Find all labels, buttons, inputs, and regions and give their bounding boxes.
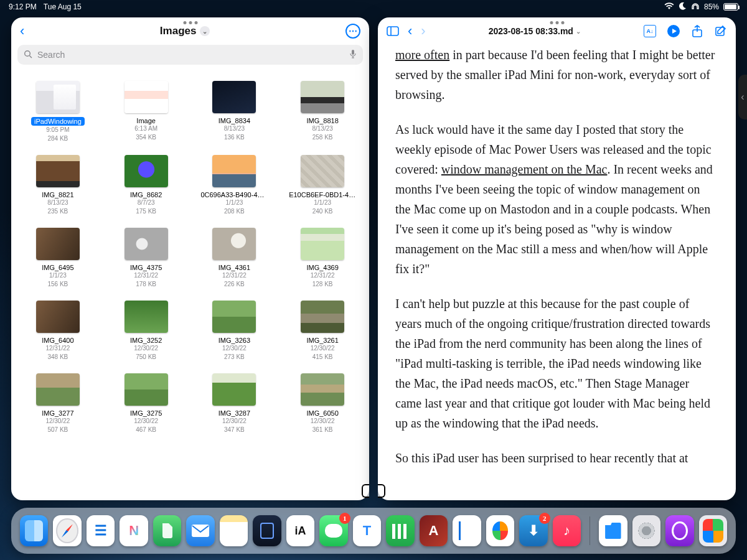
link-window-mgmt[interactable]: window management on the Mac [441,162,608,176]
file-size: 273 KB [224,353,245,362]
dock-app-iawriter[interactable]: iA [286,515,314,546]
file-item[interactable]: IMG_605012/30/22361 KB [278,370,367,442]
nav-back-button[interactable]: ‹ [408,23,412,39]
file-item[interactable]: IMG_326112/30/22415 KB [278,297,367,370]
back-button[interactable]: ‹ [20,23,24,39]
dock-app-affinity[interactable] [420,515,448,546]
file-item[interactable]: IMG_436112/31/22226 KB [190,224,279,297]
multitask-dots[interactable] [550,21,564,24]
file-item[interactable]: Image6:13 AM354 KB [102,77,190,151]
share-icon[interactable] [691,25,703,37]
dock-app-notes[interactable] [220,515,248,546]
dock-app-mail[interactable] [186,515,214,546]
file-item[interactable]: IMG_326312/30/22273 KB [190,297,279,370]
file-item[interactable]: IMG_88188/13/23258 KB [278,77,367,151]
svg-rect-3 [387,27,398,35]
slide-over-handle[interactable]: ‹ [738,75,747,119]
dock-app-podcasts[interactable] [665,515,693,546]
dictate-icon[interactable] [349,49,357,61]
link-more-often[interactable]: more often [395,48,449,62]
file-size: 361 KB [312,426,333,434]
document-title[interactable]: 2023-08-15 08:33.md ⌄ [435,26,635,36]
battery-percent: 85% [704,2,719,11]
file-date: 6:13 AM [134,124,157,133]
status-right: 85% [664,2,738,12]
file-thumbnail [212,301,256,333]
file-date: 12/31/22 [311,271,335,280]
file-thumbnail [36,228,80,260]
dock-app-music[interactable] [553,515,581,546]
dock-app-files[interactable] [599,515,627,546]
file-item[interactable]: IMG_640012/31/22348 KB [14,297,102,370]
dock-app-numbers[interactable] [386,515,414,546]
headphones-icon [691,2,700,12]
file-item[interactable]: IMG_64951/1/23156 KB [14,224,102,297]
file-size: 156 KB [47,280,68,289]
compose-icon[interactable] [715,25,727,37]
file-name: IMG_8834 [218,117,250,124]
document-body[interactable]: more often in part because I'd been feel… [378,45,736,500]
dock-app-finder[interactable] [20,515,48,546]
file-item[interactable]: IMG_327712/30/22507 KB [14,370,102,442]
dock: iA 1 T 2 [11,508,736,554]
dock-app-shortcuts[interactable] [699,515,727,546]
format-badge-icon[interactable]: A↓ [644,25,656,37]
dock-app-evernote[interactable] [153,515,181,546]
body-text: So this iPad user has been surprised to … [395,448,718,468]
file-item[interactable]: 0C696A33-B490-48…80F750F1/1/23208 KB [190,151,279,224]
more-options-button[interactable]: ⋯ [345,24,360,39]
multitask-dots[interactable] [183,21,197,24]
files-pane: ‹ Images ⌄ ⋯ Search iPadWindowing9:05 PM… [11,17,369,500]
file-size: 128 KB [312,280,333,289]
dock-app-reminders[interactable] [486,515,514,546]
file-name: E10CB6EF-0BD1-4613-897…F621D22 [289,191,356,198]
file-date: 12/30/22 [222,417,247,426]
file-thumbnail [125,301,168,333]
file-date: 9:05 PM [46,126,69,134]
dock-app-screens[interactable] [253,515,281,546]
file-item[interactable]: IMG_88218/13/23235 KB [14,151,102,224]
dock-app-safari[interactable] [53,515,81,546]
folder-title[interactable]: Images ⌄ [160,25,210,37]
file-date: 8/13/23 [312,124,332,133]
split-view-handle[interactable] [362,484,385,498]
file-grid[interactable]: iPadWindowing9:05 PM284 KBImage6:13 AM35… [11,68,369,500]
dock-app-reeder[interactable] [87,515,115,546]
chevron-down-icon: ⌄ [576,28,581,35]
file-size: 235 KB [47,207,68,216]
nav-forward-button[interactable]: › [421,23,425,39]
file-item[interactable]: IMG_325212/30/22750 KB [102,297,190,370]
file-item[interactable]: IMG_328712/30/22347 KB [190,370,279,442]
dock-app-settings[interactable] [632,515,660,546]
file-item[interactable]: IMG_86828/7/23175 KB [102,151,190,224]
dock-app-things[interactable]: T [353,515,381,546]
status-time: 9:12 PM [9,2,37,11]
file-item[interactable]: E10CB6EF-0BD1-4613-897…F621D221/1/23240 … [278,151,367,224]
file-thumbnail [36,373,80,406]
file-name: IMG_6495 [42,264,73,271]
file-size: 354 KB [136,133,156,142]
dock-app-news[interactable] [120,515,148,546]
dock-app-label: iA [295,525,306,538]
status-date: Tue Aug 15 [44,2,82,11]
file-thumbnail [301,155,344,187]
file-date: 1/1/23 [314,198,331,207]
file-item[interactable]: IMG_327512/30/22467 KB [102,370,190,442]
preview-play-button[interactable] [667,25,680,37]
file-size: 136 KB [224,133,245,142]
file-date: 12/30/22 [134,417,158,426]
document-title-label: 2023-08-15 08:33.md [489,26,573,36]
dock-app-messages[interactable]: 1 [319,515,347,546]
dock-app-goodnotes[interactable] [453,515,481,546]
file-item[interactable]: iPadWindowing9:05 PM284 KB [14,77,102,151]
file-item[interactable]: IMG_88348/13/23136 KB [190,77,279,151]
file-size: 284 KB [47,134,68,143]
search-input[interactable]: Search [17,45,363,65]
file-thumbnail [301,228,344,260]
file-item[interactable]: IMG_436912/31/22128 KB [278,224,367,297]
dock-app-downloads[interactable]: 2 [519,515,547,546]
sidebar-toggle-icon[interactable] [387,25,399,37]
svg-line-1 [30,55,32,58]
file-item[interactable]: IMG_437512/31/22178 KB [102,224,190,297]
folder-title-label: Images [160,25,197,37]
